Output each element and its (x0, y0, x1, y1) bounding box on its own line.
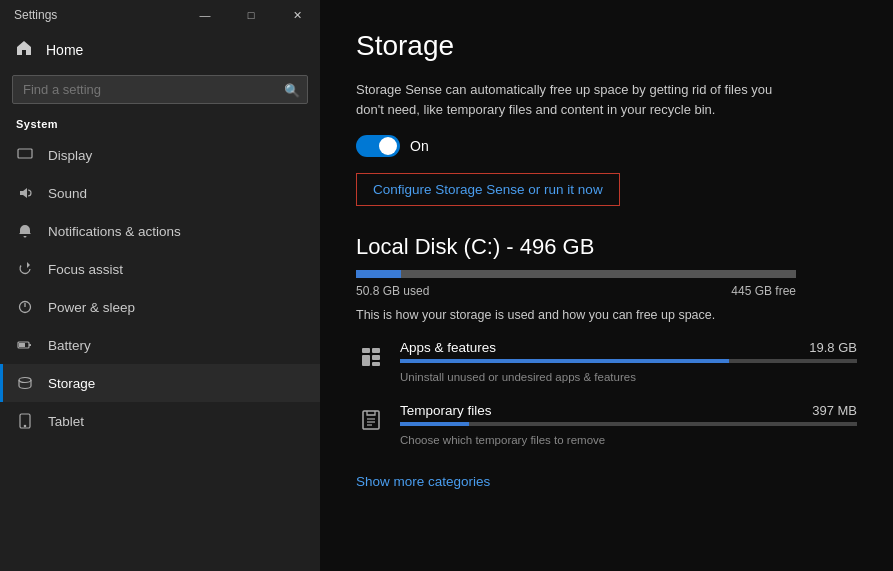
temp-icon (356, 405, 386, 435)
minimize-button[interactable]: — (182, 1, 228, 29)
svg-rect-10 (362, 355, 370, 366)
home-label: Home (46, 42, 83, 58)
maximize-button[interactable]: □ (228, 1, 274, 29)
sidebar-item-battery[interactable]: Battery (0, 326, 320, 364)
close-button[interactable]: ✕ (274, 1, 320, 29)
apps-desc: Uninstall unused or undesired apps & fea… (400, 371, 636, 383)
page-title: Storage (356, 30, 857, 62)
sidebar-item-focus[interactable]: Focus assist (0, 250, 320, 288)
battery-icon (16, 336, 34, 354)
system-section-label: System (0, 114, 320, 136)
apps-content: Apps & features 19.8 GB Uninstall unused… (400, 340, 857, 385)
window-controls: — □ ✕ (182, 1, 320, 29)
apps-bar-fill (400, 359, 729, 363)
configure-link[interactable]: Configure Storage Sense or run it now (356, 173, 620, 206)
focus-label: Focus assist (48, 262, 123, 277)
sidebar-item-display[interactable]: Display (0, 136, 320, 174)
temp-header: Temporary files 397 MB (400, 403, 857, 418)
notifications-label: Notifications & actions (48, 224, 181, 239)
storage-sense-toggle[interactable] (356, 135, 400, 157)
disk-usage-row: 50.8 GB used 445 GB free (356, 284, 796, 298)
notifications-icon (16, 222, 34, 240)
sidebar-item-storage[interactable]: Storage (0, 364, 320, 402)
svg-rect-8 (362, 348, 370, 353)
focus-icon (16, 260, 34, 278)
temp-name: Temporary files (400, 403, 492, 418)
svg-rect-0 (18, 149, 32, 158)
search-icon: 🔍 (284, 82, 300, 97)
sidebar-item-power[interactable]: Power & sleep (0, 288, 320, 326)
svg-rect-11 (372, 355, 380, 360)
apps-icon (356, 342, 386, 372)
svg-rect-3 (29, 344, 31, 346)
power-icon (16, 298, 34, 316)
disk-bar-fill (356, 270, 401, 278)
disk-free-label: 445 GB free (731, 284, 796, 298)
apps-name: Apps & features (400, 340, 496, 355)
storage-item-temp[interactable]: Temporary files 397 MB Choose which temp… (356, 403, 857, 448)
storage-label: Storage (48, 376, 95, 391)
sidebar: Settings — □ ✕ Home 🔍 System Display Sou (0, 0, 320, 571)
apps-size: 19.8 GB (809, 340, 857, 355)
svg-rect-13 (363, 411, 379, 429)
storage-item-apps[interactable]: Apps & features 19.8 GB Uninstall unused… (356, 340, 857, 385)
svg-rect-12 (372, 362, 380, 366)
sound-label: Sound (48, 186, 87, 201)
app-title: Settings (0, 0, 71, 30)
sidebar-item-notifications[interactable]: Notifications & actions (0, 212, 320, 250)
show-more-link[interactable]: Show more categories (356, 474, 490, 489)
top-bar: Settings — □ ✕ (0, 0, 320, 30)
disk-used-label: 50.8 GB used (356, 284, 429, 298)
sidebar-item-sound[interactable]: Sound (0, 174, 320, 212)
tablet-icon (16, 412, 34, 430)
svg-rect-9 (372, 348, 380, 353)
local-disk-title: Local Disk (C:) - 496 GB (356, 234, 857, 260)
main-content: Storage Storage Sense can automatically … (320, 0, 893, 571)
power-label: Power & sleep (48, 300, 135, 315)
temp-size: 397 MB (812, 403, 857, 418)
storage-sense-description: Storage Sense can automatically free up … (356, 80, 786, 119)
sidebar-item-home[interactable]: Home (0, 30, 320, 69)
battery-label: Battery (48, 338, 91, 353)
apps-header: Apps & features 19.8 GB (400, 340, 857, 355)
sound-icon (16, 184, 34, 202)
display-label: Display (48, 148, 92, 163)
search-input[interactable] (12, 75, 308, 104)
tablet-label: Tablet (48, 414, 84, 429)
temp-bar-track (400, 422, 857, 426)
temp-content: Temporary files 397 MB Choose which temp… (400, 403, 857, 448)
search-box: 🔍 (12, 75, 308, 104)
apps-bar-track (400, 359, 857, 363)
disk-description: This is how your storage is used and how… (356, 308, 857, 322)
temp-desc: Choose which temporary files to remove (400, 434, 605, 446)
temp-bar-fill (400, 422, 469, 426)
toggle-label: On (410, 138, 429, 154)
toggle-row: On (356, 135, 857, 157)
svg-rect-4 (19, 343, 25, 347)
display-icon (16, 146, 34, 164)
storage-icon (16, 374, 34, 392)
home-icon (16, 40, 32, 59)
disk-usage-bar (356, 270, 796, 278)
svg-point-5 (19, 378, 31, 383)
svg-point-7 (24, 425, 25, 426)
sidebar-item-tablet[interactable]: Tablet (0, 402, 320, 440)
